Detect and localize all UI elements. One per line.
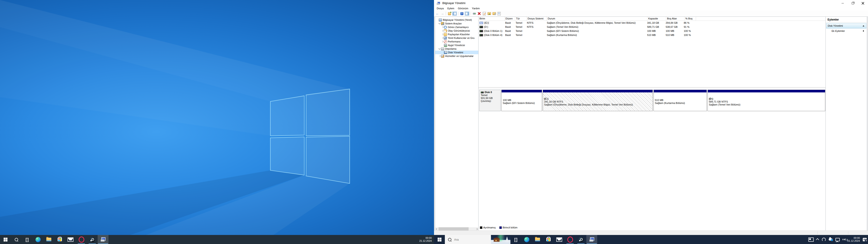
header-kapasite[interactable]: Kapasite [647, 17, 666, 21]
volume-row-c[interactable]: (C:) Basit Temel NTFS Sağlam (Önyükleme,… [478, 21, 826, 25]
header-dosya-sistemi[interactable]: Dosya Sistemi [527, 17, 547, 21]
opera-gx-button[interactable] [76, 235, 87, 244]
volume-icon [479, 26, 483, 28]
expander-icon[interactable] [438, 55, 441, 57]
partition-c[interactable]: (C:) 341,18 GB NTFS Sağlam (Önyükleme, D… [543, 90, 653, 111]
open-folder-icon[interactable] [487, 11, 491, 16]
header-yuzde-bos[interactable]: % Boş [684, 17, 696, 21]
start-button[interactable] [0, 235, 11, 244]
tree-horizontal-scrollbar[interactable] [435, 227, 478, 231]
start-button[interactable] [434, 235, 445, 244]
opera-gx-button[interactable] [565, 235, 576, 244]
actions-item-more-actions[interactable]: Ek Eylemler [826, 28, 867, 33]
properties-list-icon[interactable] [497, 11, 501, 16]
show-hidden-icons-chevron[interactable] [816, 238, 819, 241]
menu-gorunum[interactable]: Görünüm [456, 6, 470, 11]
tree-item-system-tools[interactable]: Sistem Araçları [435, 22, 478, 25]
volume-list-header: Birim Düzen Tür Dosya Sistemi Durum Kapa… [478, 17, 826, 21]
task-view-button[interactable] [22, 235, 33, 244]
header-duzen[interactable]: Düzen [504, 17, 515, 21]
rescan-disks-icon[interactable] [472, 11, 476, 16]
expander-icon[interactable] [441, 37, 443, 39]
explore-folder-icon[interactable] [492, 11, 496, 16]
expander-icon[interactable] [441, 26, 443, 28]
tree-item-performance[interactable]: Performans [435, 40, 478, 43]
restore-button[interactable] [848, 0, 858, 6]
disk-0-header[interactable]: Disk 0 Temel 931,50 GB Çevrimiçi [479, 90, 501, 111]
export-list-icon[interactable] [447, 11, 452, 16]
title-bar[interactable]: Bilgisayar Yönetimi [434, 0, 868, 6]
onedrive-cloud-icon[interactable] [829, 238, 833, 241]
header-durum[interactable]: Durum [547, 17, 647, 21]
show-console-tree-icon[interactable] [452, 11, 457, 16]
volume-row-d[interactable]: (D:) Basit Temel NTFS Sağlam (Temel Veri… [478, 25, 826, 29]
edge-button[interactable] [33, 235, 43, 244]
mail-button[interactable] [554, 235, 565, 244]
opera-gx-icon [567, 237, 573, 243]
help-icon[interactable]: ? [460, 11, 464, 16]
news-widgets-icon[interactable] [808, 238, 814, 242]
edge-button[interactable] [521, 235, 532, 244]
tree-item-storage[interactable]: Depolama [435, 47, 478, 51]
partition-efi[interactable]: 100 MB Sağlam (EFI Sistem Bölümü) [501, 90, 542, 111]
task-view-button[interactable] [510, 235, 521, 244]
expander-icon[interactable] [441, 30, 443, 32]
legend-unallocated: Ayrılmamış [480, 226, 496, 229]
notification-center-icon[interactable]: 8 [863, 238, 867, 241]
steam-button[interactable] [576, 235, 586, 244]
mail-button[interactable] [65, 235, 76, 244]
collapse-icon[interactable] [863, 24, 864, 26]
search-button[interactable] [11, 235, 22, 244]
partition-recovery[interactable]: 510 MB Sağlam (Kurtarma Bölümü) [653, 90, 707, 111]
menu-dosya[interactable]: Dosya [435, 6, 445, 11]
volume-row-partition4[interactable]: (Disk 0 Bölüm 4) Basit Temel Sağlam (Kur… [478, 33, 826, 37]
volume-row-partition1[interactable]: (Disk 0 Bölüm 1) Basit Temel Sağlam (EFI… [478, 29, 826, 33]
partition-d[interactable]: (D:) 589,71 GB NTFS Sağlam (Temel Veri B… [708, 90, 825, 111]
scrollbar-thumb[interactable] [438, 227, 469, 231]
check-properties-icon[interactable] [482, 11, 486, 16]
expander-icon[interactable] [438, 22, 441, 25]
header-bos-alan[interactable]: Boş Alan [666, 17, 684, 21]
header-tur[interactable]: Tür [515, 17, 527, 21]
actions-group-disk-management[interactable]: Disk Yönetimi [826, 23, 866, 28]
tree-item-task-scheduler[interactable]: Görev Zamanlayıcı [435, 25, 478, 29]
tree-item-disk-management[interactable]: Disk Yönetimi [435, 51, 478, 54]
file-explorer-button[interactable] [532, 235, 543, 244]
back-icon[interactable]: ← [435, 11, 439, 16]
search-highlight-image[interactable] [491, 235, 510, 244]
search-input[interactable] [454, 238, 486, 242]
expander-icon[interactable] [438, 48, 441, 50]
sync-icon[interactable] [822, 238, 826, 242]
store-button[interactable] [54, 235, 65, 244]
minimize-button[interactable] [837, 0, 848, 6]
tree-item-device-manager[interactable]: Aygıt Yöneticisi [435, 43, 478, 47]
tree-item-local-users[interactable]: Yerel Kullanıcılar ve Gru [435, 36, 478, 40]
network-icon[interactable] [835, 238, 840, 241]
scroll-right-icon[interactable] [475, 227, 478, 231]
tree-item-computer-management[interactable]: Bilgisayar Yönetimi (Yerel) [435, 18, 478, 22]
computer-management-taskbar-button[interactable] [586, 235, 597, 244]
tray-clock[interactable]: 00:00 21.12.2024 [847, 237, 860, 242]
notification-badge: 8 [865, 239, 868, 242]
header-birim[interactable]: Birim [478, 17, 504, 21]
computer-management-taskbar-button[interactable] [98, 235, 108, 244]
volume-icon[interactable] [843, 238, 844, 241]
tree-item-services-applications[interactable]: Hizmetler ve Uygulamalar [435, 54, 478, 58]
taskbar-clock[interactable]: 00:00 21.12.2024 [419, 235, 432, 244]
store-button[interactable] [543, 235, 554, 244]
search-box[interactable] [445, 235, 510, 244]
system-tools-icon [441, 22, 444, 25]
close-button[interactable] [858, 0, 868, 6]
steam-button[interactable] [87, 235, 98, 244]
file-explorer-button[interactable] [43, 235, 54, 244]
expander-icon[interactable] [441, 40, 443, 43]
tree-item-shared-folders[interactable]: Paylaşılan Klasörler [435, 33, 478, 36]
tree-item-event-viewer[interactable]: Olay Görüntüleyicisi [435, 29, 478, 33]
menu-yardim[interactable]: Yardım [470, 6, 482, 11]
expander-icon[interactable] [441, 33, 443, 36]
menu-eylem[interactable]: Eylem [445, 6, 456, 11]
forward-icon[interactable]: → [440, 11, 444, 16]
scroll-left-icon[interactable] [435, 227, 438, 231]
show-action-pane-icon[interactable] [465, 11, 469, 16]
delete-volume-icon[interactable] [477, 11, 481, 16]
